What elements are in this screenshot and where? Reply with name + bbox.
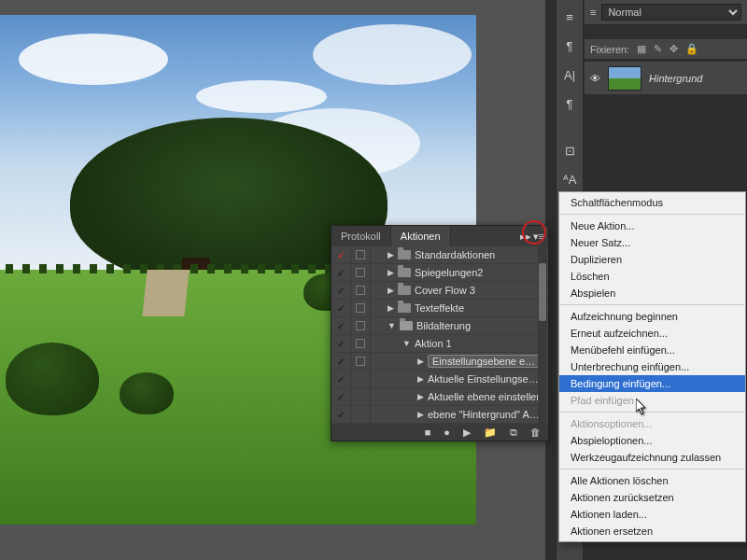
menu-item[interactable]: Bedingung einfügen...	[559, 375, 745, 392]
menu-item[interactable]: Aufzeichnung beginnen	[559, 308, 745, 325]
menu-item[interactable]: Duplizieren	[559, 251, 745, 268]
tool-icon[interactable]: ¶	[560, 36, 580, 55]
menu-item[interactable]: Aktionen zurücksetzen	[559, 489, 745, 506]
menu-item: Pfad einfügen	[559, 392, 745, 409]
menu-item[interactable]: Unterbrechung einfügen...	[559, 358, 745, 375]
play-icon[interactable]: ▶	[463, 427, 471, 439]
disclosure-triangle-icon[interactable]: ▶	[388, 250, 394, 259]
record-icon[interactable]: ●	[444, 427, 450, 438]
layers-blend-row: ≡ Normal	[585, 0, 747, 25]
dialog-toggle[interactable]	[351, 317, 371, 334]
panel-menu-icon[interactable]: ≡	[590, 7, 596, 18]
toggle-checkmark[interactable]: ✓	[331, 300, 351, 316]
disclosure-triangle-icon[interactable]: ▼	[402, 339, 411, 348]
menu-separator	[560, 214, 744, 215]
disclosure-triangle-icon[interactable]: ▶	[388, 286, 394, 295]
new-set-icon[interactable]: 📁	[484, 427, 497, 439]
toggle-checkmark[interactable]: ✓	[331, 406, 351, 423]
dialog-toggle[interactable]	[351, 264, 371, 281]
folder-icon	[400, 321, 413, 330]
menu-item[interactable]: Abspielen	[559, 285, 745, 301]
action-row[interactable]: ✓▶Aktuelle ebene einstellen	[331, 388, 548, 406]
menu-item[interactable]: Neue Aktion...	[559, 217, 745, 234]
menu-item[interactable]: Schaltflächenmodus	[559, 194, 745, 211]
menu-separator	[560, 469, 744, 469]
collapse-icon[interactable]: ▸▸	[520, 231, 531, 243]
trash-icon[interactable]: 🗑	[530, 427, 541, 438]
action-row[interactable]: ✓▶Spiegelungen2	[331, 264, 548, 282]
action-label: Aktuelle Einstellungsebe	[428, 373, 548, 385]
lock-all-icon[interactable]: 🔒	[685, 43, 698, 55]
canvas-bush	[120, 372, 174, 414]
toggle-checkmark[interactable]: ✓	[331, 282, 351, 299]
menu-item[interactable]: Neuer Satz...	[559, 234, 745, 251]
panel-menu-icon[interactable]: ▾≡	[533, 231, 544, 243]
tool-icon[interactable]: ≡	[560, 7, 580, 26]
tool-icon[interactable]: A|	[560, 65, 580, 84]
tab-actions[interactable]: Aktionen	[391, 226, 451, 246]
toggle-checkmark[interactable]: ✓	[331, 353, 351, 370]
canvas-path	[142, 270, 189, 316]
menu-item[interactable]: Löschen	[559, 268, 745, 285]
disclosure-triangle-icon[interactable]: ▶	[388, 268, 394, 277]
dialog-toggle[interactable]	[351, 388, 371, 405]
dialog-toggle[interactable]	[351, 406, 371, 423]
toggle-checkmark[interactable]: ✓	[331, 371, 351, 387]
action-label: Standardaktionen	[415, 249, 548, 260]
disclosure-triangle-icon[interactable]: ▼	[388, 321, 396, 330]
action-row[interactable]: ✓▼Bildalterung	[331, 317, 548, 335]
disclosure-triangle-icon[interactable]: ▶	[417, 392, 424, 401]
layer-thumbnail[interactable]	[608, 66, 641, 91]
disclosure-triangle-icon[interactable]: ▶	[417, 374, 424, 384]
menu-item[interactable]: Abspieloptionen...	[559, 432, 745, 449]
actions-scrollbar[interactable]	[538, 246, 547, 424]
scroll-thumb[interactable]	[539, 263, 546, 321]
blend-mode-select[interactable]: Normal	[601, 4, 741, 21]
visibility-eye-icon[interactable]: 👁	[590, 73, 600, 84]
action-label: Cover Flow 3	[415, 285, 548, 296]
lock-label: Fixieren:	[590, 44, 629, 55]
toggle-checkmark[interactable]: ✓	[331, 335, 351, 352]
toggle-checkmark[interactable]: ✓	[331, 246, 351, 263]
action-row[interactable]: ✓▶Standardaktionen	[331, 246, 548, 264]
menu-separator	[560, 304, 744, 305]
menu-item[interactable]: Erneut aufzeichnen...	[559, 325, 745, 342]
dialog-toggle[interactable]	[351, 246, 371, 263]
disclosure-triangle-icon[interactable]: ▶	[417, 410, 424, 419]
toggle-checkmark[interactable]: ✓	[331, 317, 351, 334]
action-label: Spiegelungen2	[415, 267, 548, 278]
tab-protocol[interactable]: Protokoll	[331, 226, 391, 246]
disclosure-triangle-icon[interactable]: ▶	[388, 303, 394, 313]
menu-item[interactable]: Menübefehl einfügen...	[559, 342, 745, 358]
action-row[interactable]: ✓▶Texteffekte	[331, 300, 548, 317]
action-row[interactable]: ✓▶ebene "Hintergrund" Aus	[331, 406, 548, 424]
tool-icon[interactable]: ⊡	[560, 141, 580, 160]
tool-icon[interactable]: ᴬA	[560, 170, 580, 189]
lock-move-icon[interactable]: ✥	[669, 43, 678, 55]
menu-item[interactable]: Alle Aktionen löschen	[559, 472, 745, 489]
stop-icon[interactable]: ■	[425, 427, 431, 438]
menu-item[interactable]: Werkzeugaufzeichnung zulassen	[559, 449, 745, 466]
action-row[interactable]: ✓▶Einstellungsebene erstell	[331, 353, 548, 371]
disclosure-triangle-icon[interactable]: ▶	[417, 357, 424, 366]
layer-name[interactable]: Hintergrund	[649, 73, 702, 84]
tool-icon[interactable]: ¶	[560, 94, 580, 113]
menu-item: Aktionsoptionen...	[559, 415, 745, 432]
action-row[interactable]: ✓▼Aktion 1	[331, 335, 548, 353]
dialog-toggle[interactable]	[351, 282, 371, 299]
toggle-checkmark[interactable]: ✓	[331, 388, 351, 405]
dialog-toggle[interactable]	[351, 371, 371, 387]
dialog-toggle[interactable]	[351, 353, 371, 370]
dialog-toggle[interactable]	[351, 335, 371, 352]
toggle-checkmark[interactable]: ✓	[331, 264, 351, 281]
lock-transparency-icon[interactable]: ▦	[637, 43, 646, 55]
action-row[interactable]: ✓▶Cover Flow 3	[331, 282, 548, 300]
dialog-toggle[interactable]	[351, 300, 371, 316]
menu-item[interactable]: Aktionen ersetzen	[559, 523, 745, 539]
folder-icon	[398, 286, 411, 295]
layer-row[interactable]: 👁 Hintergrund	[585, 62, 747, 95]
action-row[interactable]: ✓▶Aktuelle Einstellungsebe	[331, 371, 548, 388]
menu-item[interactable]: Aktionen laden...	[559, 506, 745, 523]
new-action-icon[interactable]: ⧉	[510, 427, 517, 439]
lock-brush-icon[interactable]: ✎	[654, 43, 662, 55]
